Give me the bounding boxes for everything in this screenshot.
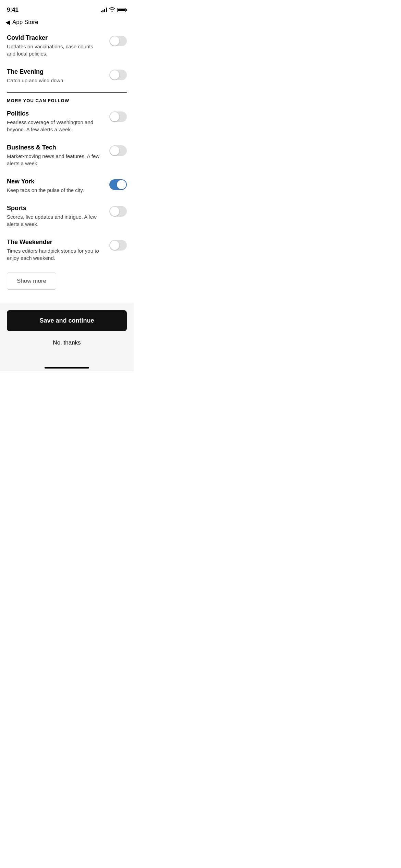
new-york-title: New York <box>7 178 102 185</box>
home-indicator-area <box>0 363 134 371</box>
status-bar: 9:41 <box>0 0 134 17</box>
sports-desc: Scores, live updates and intrigue. A few… <box>7 213 102 228</box>
bottom-area: Save and continue No, thanks <box>0 303 134 363</box>
the-weekender-desc: Times editors handpick stories for you t… <box>7 247 102 262</box>
business-tech-toggle[interactable] <box>109 145 127 156</box>
back-label: App Store <box>12 19 38 26</box>
newsletter-item-business-tech: Business & Tech Market-moving news and f… <box>7 138 127 172</box>
newsletter-item-the-weekender: The Weekender Times editors handpick sto… <box>7 233 127 267</box>
newsletter-item-new-york: New York Keep tabs on the pulse of the c… <box>7 172 127 199</box>
covid-tracker-toggle[interactable] <box>109 36 127 46</box>
newsletter-item-politics: Politics Fearless coverage of Washington… <box>7 105 127 138</box>
covid-tracker-title: Covid Tracker <box>7 34 102 41</box>
main-content: Covid Tracker Updates on vaccinations, c… <box>0 29 134 300</box>
the-evening-toggle[interactable] <box>109 70 127 80</box>
politics-desc: Fearless coverage of Washington and beyo… <box>7 119 102 133</box>
the-evening-desc: Catch up and wind down. <box>7 77 102 84</box>
sports-toggle[interactable] <box>109 206 127 217</box>
status-time: 9:41 <box>7 7 19 13</box>
newsletter-item-sports: Sports Scores, live updates and intrigue… <box>7 199 127 233</box>
business-tech-title: Business & Tech <box>7 144 102 151</box>
show-more-button[interactable]: Show more <box>7 273 56 290</box>
back-chevron-icon: ◀ <box>5 19 10 26</box>
back-button[interactable]: ◀ App Store <box>5 19 38 26</box>
newsletter-item-the-evening: The Evening Catch up and wind down. <box>7 63 127 89</box>
save-continue-button[interactable]: Save and continue <box>7 310 127 331</box>
newsletter-item-covid-tracker: Covid Tracker Updates on vaccinations, c… <box>7 29 127 63</box>
covid-tracker-desc: Updates on vaccinations, case counts and… <box>7 43 102 57</box>
home-bar <box>45 367 89 369</box>
nav-bar: ◀ App Store <box>0 17 134 29</box>
sports-title: Sports <box>7 205 102 212</box>
signal-icon <box>101 8 107 12</box>
wifi-icon <box>109 7 115 13</box>
battery-icon <box>117 8 127 12</box>
section-divider <box>7 92 127 93</box>
politics-toggle[interactable] <box>109 111 127 122</box>
new-york-toggle[interactable] <box>109 179 127 190</box>
status-icons <box>101 7 127 13</box>
more-section-header: MORE YOU CAN FOLLOW <box>7 98 127 103</box>
politics-title: Politics <box>7 110 102 117</box>
the-weekender-toggle[interactable] <box>109 240 127 251</box>
the-weekender-title: The Weekender <box>7 239 102 246</box>
the-evening-title: The Evening <box>7 68 102 75</box>
no-thanks-button[interactable]: No, thanks <box>7 337 127 349</box>
business-tech-desc: Market-moving news and features. A few a… <box>7 153 102 167</box>
new-york-desc: Keep tabs on the pulse of the city. <box>7 186 102 194</box>
